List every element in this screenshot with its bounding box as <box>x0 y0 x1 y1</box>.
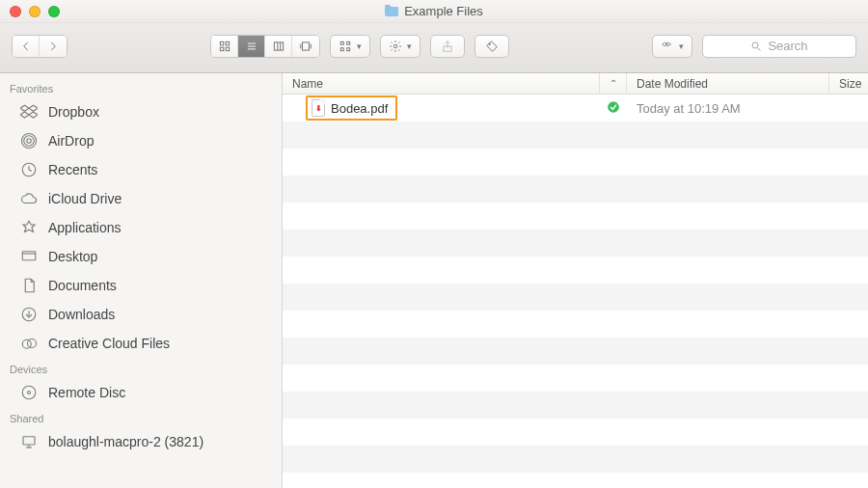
cloud-icon <box>19 190 39 207</box>
view-mode-segment <box>210 35 320 58</box>
tags-button[interactable] <box>475 35 509 58</box>
nav-history <box>12 35 68 58</box>
sidebar-item-downloads[interactable]: Downloads <box>0 300 282 329</box>
empty-row <box>283 122 868 149</box>
svg-rect-14 <box>347 41 350 44</box>
action-menu-button[interactable]: ▾ <box>380 35 420 58</box>
column-label: Name <box>292 77 323 91</box>
empty-row <box>283 311 868 338</box>
document-icon <box>19 277 39 294</box>
chevron-down-icon: ▾ <box>679 41 684 51</box>
sidebar-item-label: Recents <box>48 162 97 177</box>
sidebar-item-applications[interactable]: Applications <box>0 213 282 242</box>
sidebar-item-label: iCloud Drive <box>48 191 122 206</box>
svg-point-28 <box>27 139 32 144</box>
file-highlight: ⬇ Bodea.pdf <box>306 95 397 121</box>
folder-icon <box>385 7 398 16</box>
svg-rect-0 <box>220 41 224 45</box>
computer-icon <box>19 433 39 450</box>
sidebar-item-creative-cloud[interactable]: Creative Cloud Files <box>0 329 282 358</box>
forward-button[interactable] <box>40 36 67 57</box>
svg-point-38 <box>28 392 31 394</box>
chevron-down-icon: ▾ <box>357 41 362 51</box>
applications-icon <box>19 219 39 236</box>
sidebar-heading-favorites: Favorites <box>0 77 282 97</box>
sidebar-item-label: Dropbox <box>48 104 99 120</box>
empty-row <box>283 473 868 488</box>
view-icons-button[interactable] <box>211 36 238 57</box>
window-title: Example Files <box>404 4 483 18</box>
sidebar-item-desktop[interactable]: Desktop <box>0 242 282 271</box>
back-button[interactable] <box>13 36 40 57</box>
column-header-size[interactable]: Size <box>829 73 868 94</box>
svg-marker-26 <box>20 112 29 118</box>
sidebar-heading-devices: Devices <box>0 358 282 378</box>
main: Favorites Dropbox AirDrop Recents iCloud… <box>0 73 868 488</box>
search-placeholder: Search <box>768 39 807 53</box>
column-header-date[interactable]: Date Modified <box>627 73 829 94</box>
column-label: Date Modified <box>637 77 708 91</box>
sidebar-item-recents[interactable]: Recents <box>0 155 282 184</box>
sidebar-item-remote-disc[interactable]: Remote Disc <box>0 378 282 407</box>
sidebar-item-label: AirDrop <box>48 133 94 149</box>
sidebar-item-shared-computer[interactable]: bolaughl-macpro-2 (3821) <box>0 427 282 456</box>
sidebar-heading-shared: Shared <box>0 407 282 427</box>
titlebar: Example Files <box>0 0 868 23</box>
sidebar-item-documents[interactable]: Documents <box>0 271 282 300</box>
svg-rect-13 <box>340 41 343 44</box>
view-list-button[interactable] <box>238 36 265 57</box>
dropbox-menu-button[interactable]: ▾ <box>652 35 692 58</box>
sidebar-item-label: Documents <box>48 278 117 293</box>
sort-indicator[interactable]: ⌃ <box>600 73 627 94</box>
sidebar: Favorites Dropbox AirDrop Recents iCloud… <box>0 73 283 488</box>
view-columns-button[interactable] <box>265 36 292 57</box>
sync-status-icon <box>600 100 627 117</box>
file-name: Bodea.pdf <box>331 101 388 116</box>
svg-rect-32 <box>22 252 36 260</box>
pdf-file-icon: ⬇ <box>312 99 325 117</box>
svg-point-42 <box>608 101 619 113</box>
sidebar-item-label: Creative Cloud Files <box>48 336 170 351</box>
close-window-button[interactable] <box>10 6 21 17</box>
svg-point-17 <box>393 44 397 48</box>
column-label: Size <box>839 77 861 91</box>
svg-point-19 <box>489 42 491 44</box>
column-header-name[interactable]: Name <box>283 73 600 94</box>
sidebar-item-icloud[interactable]: iCloud Drive <box>0 184 282 213</box>
clock-icon <box>19 161 39 178</box>
sidebar-item-label: Remote Disc <box>48 385 125 400</box>
empty-row <box>283 338 868 365</box>
empty-row <box>283 203 868 230</box>
chevron-down-icon: ▾ <box>407 41 412 51</box>
svg-point-22 <box>752 42 758 48</box>
minimize-window-button[interactable] <box>29 6 41 17</box>
search-input[interactable]: Search <box>702 35 856 58</box>
fullscreen-window-button[interactable] <box>48 6 60 17</box>
download-icon <box>19 306 39 323</box>
empty-row <box>283 176 868 203</box>
file-row[interactable]: ⬇ Bodea.pdf Today at 10:19 AM <box>283 95 868 122</box>
empty-row <box>283 257 868 284</box>
svg-rect-2 <box>220 47 224 51</box>
svg-rect-10 <box>303 41 310 49</box>
share-button[interactable] <box>430 35 465 58</box>
sidebar-item-airdrop[interactable]: AirDrop <box>0 126 282 155</box>
svg-rect-3 <box>226 47 230 51</box>
empty-row <box>283 392 868 419</box>
arrange-button[interactable]: ▾ <box>330 35 370 58</box>
svg-rect-39 <box>23 437 35 445</box>
view-gallery-button[interactable] <box>292 36 319 57</box>
desktop-icon <box>19 248 39 265</box>
empty-row <box>283 446 868 473</box>
file-rows: ⬇ Bodea.pdf Today at 10:19 AM <box>283 95 868 488</box>
svg-rect-7 <box>274 41 283 49</box>
search-icon <box>750 41 762 52</box>
svg-point-29 <box>24 136 35 147</box>
svg-line-23 <box>758 47 761 50</box>
toolbar: ▾ ▾ ▾ Search <box>0 23 868 73</box>
sidebar-item-label: Applications <box>48 220 122 235</box>
empty-row <box>283 284 868 311</box>
chevron-up-icon: ⌃ <box>610 78 617 89</box>
sidebar-item-dropbox[interactable]: Dropbox <box>0 97 282 126</box>
svg-marker-25 <box>29 105 38 111</box>
